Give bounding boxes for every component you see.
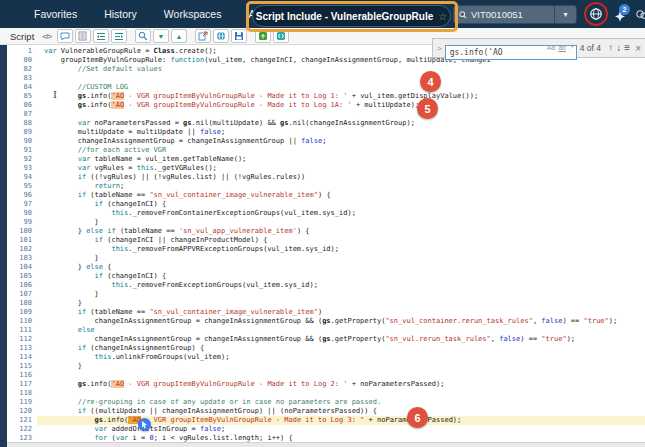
find-previous-icon[interactable]: ↑ [608, 43, 613, 53]
code-line[interactable]: 115 } [7, 362, 645, 371]
code-line[interactable]: 86 gs.info('AO - VGR groupItemByVulnGrou… [7, 101, 645, 110]
comment-button[interactable] [57, 29, 73, 43]
code-line[interactable]: 119 //re-grouping in case of any update … [7, 398, 645, 407]
code-text: this.unlinkFromGroups(vul_item); [37, 353, 645, 362]
code-line[interactable]: 107 } [7, 290, 645, 299]
code-line[interactable]: 96 if (tableName == "sn_vul_container_im… [7, 191, 645, 200]
line-number: 85 [7, 92, 37, 101]
code-line[interactable]: 114 this.unlinkFromGroups(vul_item); [7, 353, 645, 362]
code-text [37, 110, 645, 119]
notifications-button[interactable]: 2 [610, 4, 630, 24]
find-expand-toggle[interactable]: > [437, 44, 442, 53]
line-number: 102 [7, 245, 37, 254]
code-line[interactable]: 100 } else if (tableName == 'sn_vul_app_… [7, 227, 645, 236]
code-line[interactable]: 89 multiUpdate = multiUpdate || false; [7, 128, 645, 137]
sync-button[interactable] [255, 29, 271, 43]
code-icon: </> [42, 32, 51, 41]
favorite-star-icon[interactable]: ☆ [438, 11, 447, 22]
code-text: this._removeFromContainerExceptionGroups… [37, 209, 645, 218]
line-number: 112 [7, 335, 37, 344]
code-line[interactable]: 117 gs.info('AO - VGR groupItemByVulnGro… [7, 380, 645, 389]
code-editor[interactable]: 1var VulnerableGroupRule = Class.create(… [7, 47, 645, 447]
code-text: gs.info('AO - VGR groupItemByVulnGroupRu… [37, 380, 645, 389]
code-line[interactable]: 108 } [7, 299, 645, 308]
code-text: } [37, 218, 645, 227]
code-line[interactable]: 112 changeInAssignmentGroup = changeInAs… [7, 335, 645, 344]
code-text: return; [37, 182, 645, 191]
line-number: 101 [7, 236, 37, 245]
indent-button[interactable] [111, 29, 127, 43]
record-title-pill[interactable]: Script Include - VulnerableGroupRule ☆ [252, 5, 451, 27]
code-line[interactable]: 88 var noParametersPassed = gs.nil(multi… [7, 119, 645, 128]
code-line[interactable]: 116 [7, 371, 645, 380]
line-number: 109 [7, 308, 37, 317]
line-number: 110 [7, 317, 37, 326]
code-line[interactable]: 83 [7, 74, 645, 83]
find-next-button[interactable]: ▼ [153, 29, 169, 43]
code-line[interactable]: 84 //CUSTOM LOG [7, 83, 645, 92]
code-line[interactable]: 109 if (tableName == "sn_vul_container_i… [7, 308, 645, 317]
globe-button[interactable] [586, 4, 606, 24]
code-text [37, 389, 645, 398]
find-close-icon[interactable]: × [635, 43, 641, 54]
chat-button[interactable] [631, 4, 645, 24]
find-next-icon[interactable]: ↓ [616, 43, 621, 53]
nav-item-favorites[interactable]: Favorites [34, 8, 77, 20]
outdent-button[interactable] [93, 29, 109, 43]
api-button[interactable] [273, 29, 289, 43]
global-search-value: VIT0010051 [471, 9, 523, 20]
code-line[interactable]: 106 this._removeFromExceptionGroups(vul_… [7, 281, 645, 290]
code-text: //re-grouping in case of any update or i… [37, 398, 645, 407]
code-line[interactable]: 102 this._removeFromAPPVRExceptionGroups… [7, 245, 645, 254]
code-line[interactable]: 97 if (changeInCI) { [7, 200, 645, 209]
code-line[interactable]: 104 } else { [7, 263, 645, 272]
regex-toggle[interactable]: .* [569, 44, 574, 51]
nav-item-workspaces[interactable]: Workspaces [164, 8, 222, 20]
top-navbar: Favorites History Workspaces Admin Scrip… [0, 0, 645, 28]
find-prev-button[interactable]: ▲ [171, 29, 187, 43]
search-dropdown-button[interactable]: ▾ [554, 6, 576, 23]
nav-item-history[interactable]: History [104, 8, 137, 20]
code-line[interactable]: 99 } [7, 218, 645, 227]
line-number: 92 [7, 155, 37, 164]
code-line[interactable]: 110 changeInAssignmentGroup = changeInAs… [7, 317, 645, 326]
code-line[interactable]: 121 gs.info('AO - VGR groupItemByVulnGro… [7, 416, 645, 425]
code-line[interactable]: 94 if ((!vgRules) || (!vgRules.list) || … [7, 173, 645, 182]
code-line[interactable]: 92 var tableName = vul_item.getTableName… [7, 155, 645, 164]
code-line[interactable]: 122 var addedOrVitsInGroup = false; [7, 425, 645, 434]
code-line[interactable]: 98 this._removeFromContainerExceptionGro… [7, 209, 645, 218]
code-line[interactable]: 118 [7, 389, 645, 398]
search-button[interactable] [135, 29, 151, 43]
code-line[interactable]: 85 gs.info('AO - VGR groupItemByVulnGrou… [7, 92, 645, 101]
code-line[interactable]: 111 else [7, 326, 645, 335]
code-line[interactable]: 113 if (changeInAssignmentGroup) { [7, 344, 645, 353]
code-line[interactable]: 87 [7, 110, 645, 119]
code-text: var vgRules = this._getVGRules(); [37, 164, 645, 173]
line-number: 98 [7, 209, 37, 218]
save-button[interactable] [231, 29, 247, 43]
editor-bottom-scrollbar[interactable] [7, 442, 645, 447]
globe-button-toolbar[interactable] [213, 29, 229, 43]
whole-word-toggle[interactable]: ab [558, 44, 566, 51]
line-number: 105 [7, 272, 37, 281]
line-number: 107 [7, 290, 37, 299]
document-button[interactable] [75, 29, 91, 43]
code-line[interactable]: 105 if (changeInCI) { [7, 272, 645, 281]
code-line[interactable]: 95 return; [7, 182, 645, 191]
line-number: 119 [7, 398, 37, 407]
code-line[interactable]: 120 if ((multiUpdate || changeInAssignme… [7, 407, 645, 416]
code-line[interactable]: 93 var vgRules = this._getVGRules(); [7, 164, 645, 173]
document-icon [78, 31, 87, 41]
export-button[interactable] [195, 29, 211, 43]
code-line[interactable]: 91 //for each active VGR [7, 146, 645, 155]
global-search[interactable]: VIT0010051 ▾ [453, 5, 577, 24]
code-line[interactable]: 82 //Set default values [7, 65, 645, 74]
code-line[interactable]: 103 } [7, 254, 645, 263]
code-text: changeInAssignmentGroup = changeInAssign… [37, 335, 645, 344]
line-number: 82 [7, 65, 37, 74]
code-text: gs.info('AO - VGR groupItemByVulnGroupRu… [37, 92, 645, 101]
match-case-toggle[interactable]: Aa [547, 44, 556, 51]
code-line[interactable]: 101 if (changeInCI || changeInProductMod… [7, 236, 645, 245]
code-line[interactable]: 90 changeInAssignmentGroup = changeInAss… [7, 137, 645, 146]
find-menu-icon[interactable]: ≡ [624, 43, 630, 53]
